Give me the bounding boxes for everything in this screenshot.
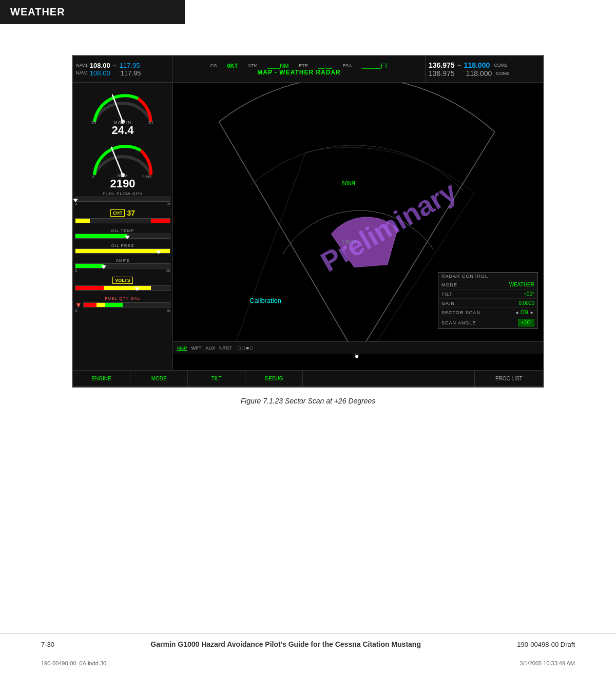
amps-section: AMPS 0 80	[75, 258, 170, 273]
radar-tilt-value: +00°	[524, 291, 534, 297]
oil-temp-section: OIL TEMP	[75, 228, 170, 239]
fuel-flow-label: FUEL FLOW GPH	[75, 191, 170, 196]
map-bottom-bar: MAP WPT AUX NRST □ □ ■ □	[173, 341, 543, 354]
main-area: 10 31 MAN IN 24.4	[73, 83, 543, 370]
figure-caption: Figure 7.1.23 Sector Scan at +26 Degrees	[241, 397, 376, 405]
xtk-value: ____NM	[267, 63, 289, 69]
cht-section: CHT 37	[75, 209, 170, 224]
sector-scan-value: ON	[521, 310, 528, 315]
softkeys-bar: ENGINE MODE TILT DEBUG PROC LIST	[73, 370, 543, 387]
com1-active: 136.975	[429, 61, 455, 69]
radar-gain-row: GAIN 0.0000	[438, 299, 537, 308]
rpm-gauge: 0 3000 RPM 2190	[75, 139, 170, 189]
header-title: WEATHER	[10, 6, 65, 17]
amps-scale-right: 80	[166, 269, 170, 273]
softkey-mode[interactable]: MODE	[130, 371, 188, 387]
svg-text:80NM: 80NM	[341, 180, 355, 187]
page-content: NAV1 108.00 ↔ 117.95 NAV2 108.00 117.95 …	[0, 24, 616, 426]
map-tab-map[interactable]: MAP	[177, 345, 187, 351]
radar-gain-value: 0.0000	[518, 300, 534, 306]
page-header: WEATHER	[0, 0, 185, 24]
com1-label: COM1	[494, 63, 507, 68]
radar-tilt-row: TILT +00°	[438, 290, 537, 299]
amps-scale-left: 0	[75, 269, 77, 273]
sector-scan-arrow-right: ►	[530, 310, 534, 315]
radar-scan-angle-label: SCAN ANGLE	[441, 320, 476, 325]
radar-sector-scan-label: SECTOR SCAN	[441, 310, 480, 315]
svg-text:31: 31	[148, 120, 153, 124]
cht-label: CHT	[110, 209, 125, 217]
svg-line-0	[112, 95, 123, 122]
volts-label: VOLTS	[112, 277, 132, 284]
softkey-proc-list[interactable]: PROC LIST	[475, 371, 543, 387]
nav1-label: NAV1	[76, 63, 88, 68]
gs-label: GS	[210, 63, 217, 68]
radar-gain-label: GAIN	[441, 301, 455, 306]
svg-point-12	[355, 355, 358, 358]
softkey-tilt[interactable]: TILT	[188, 371, 245, 387]
volts-section: VOLTS	[75, 277, 170, 291]
engine-panel: 10 31 MAN IN 24.4	[73, 83, 173, 370]
nav2-label: NAV2	[76, 70, 88, 75]
softkey-debug[interactable]: DEBUG	[245, 371, 303, 387]
radar-control-box: RADAR CONTROL MODE WEATHER TILT +00° GAI…	[438, 272, 538, 329]
nav1-active: 108.00	[90, 62, 110, 69]
sector-scan-arrow-left: ◄	[514, 310, 519, 315]
softkey-engine[interactable]: ENGINE	[73, 371, 130, 387]
man-in-gauge: 10 31 MAN IN 24.4	[75, 86, 170, 136]
radar-scan-angle-row: SCAN ANGLE +26°	[438, 317, 537, 329]
page-footer: 7-30 Garmin G1000 Hazard Avoidance Pilot…	[0, 633, 616, 648]
footer-page-number: 7-30	[41, 641, 54, 648]
map-area: Preliminary	[173, 83, 543, 370]
com2-label: COM2	[496, 71, 509, 76]
map-tab-wpt[interactable]: WPT	[191, 345, 202, 351]
svg-text:3000: 3000	[142, 175, 151, 178]
nav2-active: 108.00	[90, 69, 110, 77]
fuel-qty-scale-right: 20	[166, 309, 170, 313]
radar-sector-scan-row: SECTOR SCAN ◄ ON ►	[438, 308, 537, 317]
fuel-qty-section: FUEL QTY GAL ▼ 0 20	[75, 296, 170, 313]
radar-control-title: RADAR CONTROL	[438, 273, 537, 280]
fuel-flow-scale-right: 25	[166, 202, 170, 206]
map-title: MAP - WEATHER RADAR	[257, 69, 341, 76]
map-tab-aux[interactable]: AUX	[206, 345, 216, 351]
svg-line-4	[111, 147, 123, 175]
footer-doc-number: 190-00498-00 Draft	[517, 641, 575, 648]
com1-standby: 118.000	[464, 61, 490, 69]
ete-value: __:__	[318, 63, 333, 69]
center-nav: GS 0KT XTK ____NM ETE __:__ ESA ______FT…	[173, 56, 425, 82]
footer-print-date: 3/1/2005 10:33:49 AM	[519, 660, 575, 666]
nav1-standby: 117.95	[120, 62, 140, 69]
rpm-value: 2190	[110, 178, 136, 189]
fuel-qty-label: FUEL QTY GAL	[75, 296, 170, 301]
instrument-display: NAV1 108.00 ↔ 117.95 NAV2 108.00 117.95 …	[72, 55, 544, 388]
man-in-value: 24.4	[112, 125, 134, 136]
fuel-flow-gauge: FUEL FLOW GPH 0 25	[75, 191, 170, 206]
nav1-section: NAV1 108.00 ↔ 117.95 NAV2 108.00 117.95	[73, 56, 173, 82]
svg-text:Calibration: Calibration	[249, 297, 281, 304]
nav2-standby: 117.95	[121, 69, 141, 77]
gs-value: 0KT	[227, 63, 238, 69]
radar-mode-label: MODE	[441, 282, 457, 287]
top-nav-bar: NAV1 108.00 ↔ 117.95 NAV2 108.00 117.95 …	[73, 56, 543, 83]
com2-active: 136.975	[429, 69, 455, 78]
com-section: 136.975 ↔ 118.000 COM1 136.975 118.000 C…	[425, 56, 543, 82]
svg-text:10: 10	[91, 120, 96, 124]
oil-temp-label: OIL TEMP	[75, 228, 170, 233]
fuel-qty-scale-left: 0	[75, 309, 77, 313]
radar-tilt-label: TILT	[441, 292, 453, 297]
com2-standby: 118.000	[466, 69, 492, 78]
cht-value: 37	[127, 209, 135, 217]
amps-label: AMPS	[75, 258, 170, 263]
radar-mode-row: MODE WEATHER	[438, 280, 537, 290]
map-tab-nrst[interactable]: NRST	[219, 345, 232, 351]
radar-mode-value: WEATHER	[509, 282, 534, 287]
oil-pres-section: OIL PRES	[75, 243, 170, 254]
footer-filename: 190-00498-00_0A.indd 30	[41, 660, 106, 666]
footer-title: Garmin G1000 Hazard Avoidance Pilot's Gu…	[54, 640, 517, 648]
svg-text:0: 0	[92, 175, 94, 178]
radar-scan-angle-value: +26°	[518, 319, 534, 326]
esa-value: ______FT	[362, 63, 388, 69]
